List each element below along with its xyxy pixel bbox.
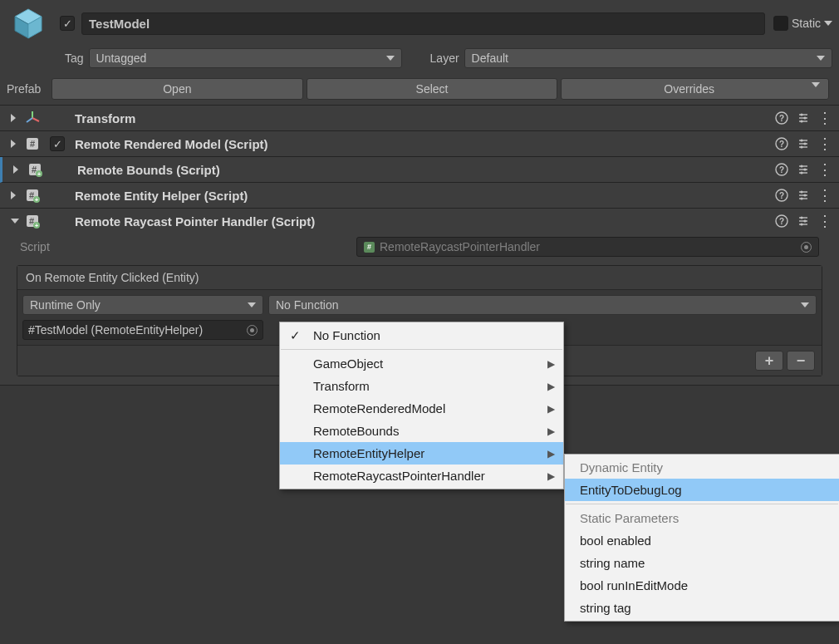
component-remote-bounds-script-: #+Remote Bounds (Script)?⋮ [0, 157, 839, 183]
component-header[interactable]: Transform?⋮ [0, 106, 839, 130]
object-header-row: ✓ Static [0, 0, 839, 45]
svg-point-47 [800, 197, 802, 199]
menu-item-label: RemoteBounds [313, 424, 399, 438]
gameobject-name-input[interactable] [81, 12, 765, 35]
static-label: Static [792, 17, 821, 30]
svg-text:?: ? [779, 191, 784, 200]
prefab-open-button[interactable]: Open [52, 78, 303, 100]
kebab-menu-icon[interactable]: ⋮ [817, 162, 832, 177]
kebab-menu-icon[interactable]: ⋮ [817, 188, 832, 203]
component-remote-rendered-model-script-: #✓Remote Rendered Model (Script)?⋮ [0, 131, 839, 157]
help-icon[interactable]: ? [774, 162, 789, 177]
function-dropdown[interactable]: No Function [268, 295, 817, 315]
preset-icon[interactable] [796, 188, 811, 203]
menu-item-label: string name [580, 556, 645, 570]
submenu-header-dynamic: Dynamic Entity [565, 456, 839, 479]
tag-layer-row: Tag Untagged Layer Default [0, 45, 839, 73]
menu-item-remotebounds[interactable]: RemoteBounds▶ [280, 420, 563, 442]
prefab-row: Prefab Open Select Overrides [0, 73, 839, 106]
menu-item-string-name[interactable]: string name [565, 552, 839, 574]
preset-icon[interactable] [796, 162, 811, 177]
svg-point-13 [800, 120, 802, 122]
component-header[interactable]: #+Remote Raycast Pointer Handler (Script… [0, 209, 839, 234]
static-checkbox[interactable] [773, 16, 788, 31]
menu-item-label: RemoteEntityHelper [313, 446, 424, 460]
kebab-menu-icon[interactable]: ⋮ [817, 136, 832, 151]
submenu-arrow-icon: ▶ [547, 470, 555, 482]
menu-item-label: Transform [313, 379, 370, 393]
component-header[interactable]: #✓Remote Rendered Model (Script)?⋮ [0, 131, 839, 156]
menu-item-entitytodebuglog[interactable]: EntityToDebugLog [565, 479, 839, 501]
menu-item-string-tag[interactable]: string tag [565, 597, 839, 619]
component-title: Remote Bounds (Script) [77, 163, 768, 177]
svg-text:+: + [35, 197, 38, 203]
help-icon[interactable]: ? [774, 111, 789, 125]
tag-dropdown[interactable]: Untagged [89, 48, 402, 68]
preset-icon[interactable] [796, 111, 811, 125]
component-title: Remote Entity Helper (Script) [75, 189, 768, 203]
chevron-down-icon [248, 302, 256, 307]
svg-text:#: # [30, 139, 35, 149]
menu-item-remoterenderedmodel[interactable]: RemoteRenderedModel▶ [280, 397, 563, 420]
help-icon[interactable]: ? [774, 136, 789, 151]
prefab-select-button[interactable]: Select [307, 78, 558, 100]
remove-listener-button[interactable]: − [787, 351, 815, 371]
help-icon[interactable]: ? [774, 188, 789, 203]
preset-icon[interactable] [796, 214, 811, 229]
event-target-field[interactable]: #TestModel (RemoteEntityHelper) [22, 320, 263, 340]
menu-item-transform[interactable]: Transform▶ [280, 375, 563, 397]
add-listener-button[interactable]: + [755, 351, 783, 371]
script-object-field[interactable]: #RemoteRaycastPointerHandler [356, 237, 819, 257]
menu-item-bool-enabled[interactable]: bool enabled [565, 529, 839, 552]
foldout-closed-icon [13, 165, 18, 174]
menu-separator [281, 349, 562, 350]
menu-item-bool-runineditmode[interactable]: bool runInEditMode [565, 574, 839, 597]
gameobject-active-checkbox[interactable]: ✓ [60, 16, 75, 31]
menu-item-label: RemoteRaycastPointerHandler [313, 469, 485, 483]
foldout-closed-icon [11, 191, 16, 199]
kebab-menu-icon[interactable]: ⋮ [817, 111, 832, 125]
layer-dropdown[interactable]: Default [464, 48, 832, 68]
static-toggle-group: Static [773, 16, 832, 31]
svg-point-33 [800, 165, 802, 167]
foldout-closed-icon [11, 140, 16, 148]
svg-point-35 [800, 171, 802, 174]
chevron-down-icon [812, 82, 820, 87]
object-picker-icon[interactable] [247, 325, 258, 336]
chevron-down-icon [801, 302, 809, 307]
component-remote-entity-helper-script-: #+Remote Entity Helper (Script)?⋮ [0, 183, 839, 209]
static-dropdown-icon[interactable] [824, 21, 832, 26]
svg-point-59 [800, 223, 802, 225]
svg-text:?: ? [779, 217, 784, 226]
menu-item-gameobject[interactable]: GameObject▶ [280, 352, 563, 375]
svg-point-45 [800, 190, 802, 193]
script-label: Script [20, 240, 356, 253]
svg-point-58 [803, 219, 806, 222]
svg-point-11 [800, 113, 802, 116]
menu-item-remoteraycastpointerhandler[interactable]: RemoteRaycastPointerHandler▶ [280, 465, 563, 487]
object-picker-icon[interactable] [801, 242, 812, 253]
svg-point-21 [800, 139, 802, 141]
component-title: Transform [75, 111, 768, 125]
svg-point-57 [800, 216, 802, 219]
preset-icon[interactable] [796, 136, 811, 151]
kebab-menu-icon[interactable]: ⋮ [817, 214, 832, 229]
menu-item-no-function[interactable]: ✓No Function [280, 324, 563, 347]
foldout-closed-icon [11, 114, 16, 122]
chevron-down-icon [386, 56, 395, 61]
svg-text:?: ? [779, 114, 784, 123]
menu-item-remoteentityhelper[interactable]: RemoteEntityHelper▶ [280, 442, 563, 465]
svg-text:?: ? [779, 140, 784, 149]
component-enabled-checkbox[interactable]: ✓ [50, 136, 65, 151]
transform-axes-icon [25, 111, 40, 125]
call-mode-dropdown[interactable]: Runtime Only [22, 295, 263, 315]
svg-point-22 [803, 142, 806, 145]
prefab-overrides-dropdown[interactable]: Overrides [561, 78, 829, 100]
component-header[interactable]: #+Remote Entity Helper (Script)?⋮ [0, 183, 839, 208]
svg-line-4 [32, 118, 39, 121]
menu-item-label: bool enabled [580, 533, 651, 548]
menu-item-label: bool runInEditMode [580, 578, 688, 592]
help-icon[interactable]: ? [774, 214, 789, 229]
component-header[interactable]: #+Remote Bounds (Script)?⋮ [2, 157, 839, 182]
submenu-arrow-icon: ▶ [547, 448, 555, 460]
